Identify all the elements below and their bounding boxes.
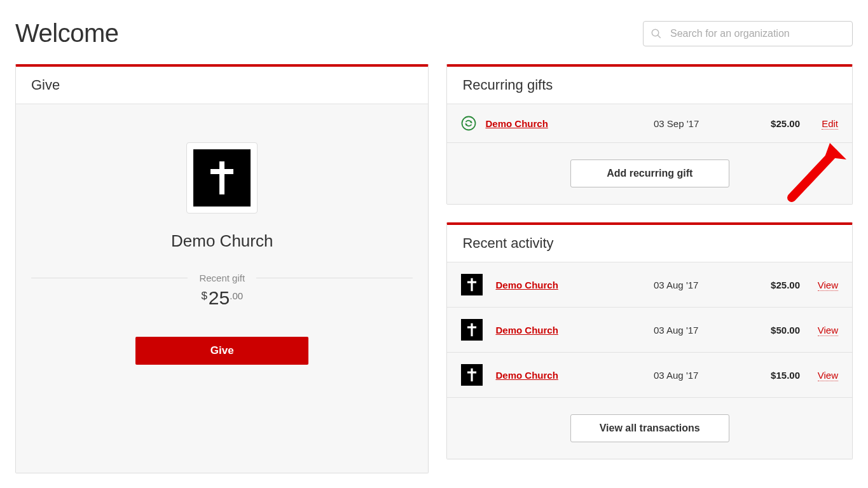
recurring-gift-row: Demo Church 03 Sep '17 $25.00 Edit	[447, 104, 852, 143]
cross-icon	[193, 149, 251, 207]
activity-row: Demo Church 03 Aug '17 $25.00 View	[447, 262, 852, 308]
svg-rect-13	[471, 369, 473, 381]
svg-rect-10	[467, 281, 476, 283]
activity-row: Demo Church 03 Aug '17 $50.00 View	[447, 308, 852, 353]
svg-rect-2	[219, 161, 224, 194]
recurring-amount: $25.00	[743, 118, 800, 129]
svg-rect-11	[471, 323, 473, 336]
add-recurring-gift-button[interactable]: Add recurring gift	[570, 159, 729, 187]
activity-amount: $25.00	[743, 280, 800, 290]
view-all-transactions-button[interactable]: View all transactions	[570, 414, 729, 442]
page-title: Welcome	[15, 19, 118, 48]
activity-date: 03 Aug '17	[654, 325, 743, 336]
divider	[31, 278, 188, 278]
divider	[256, 278, 413, 278]
activity-org-link[interactable]: Demo Church	[495, 325, 558, 336]
svg-rect-12	[467, 327, 476, 329]
cross-icon	[461, 319, 483, 341]
activity-row: Demo Church 03 Aug '17 $15.00 View	[447, 353, 852, 398]
view-link[interactable]: View	[818, 325, 838, 336]
recurring-org-link[interactable]: Demo Church	[485, 118, 548, 129]
recurring-gifts-header: Recurring gifts	[447, 67, 852, 104]
activity-org-link[interactable]: Demo Church	[495, 280, 558, 290]
search-input[interactable]	[643, 21, 853, 46]
activity-date: 03 Aug '17	[654, 280, 743, 290]
recent-gift-amount: $25.00	[31, 287, 413, 309]
org-logo-frame	[186, 142, 258, 214]
edit-link[interactable]: Edit	[822, 118, 838, 130]
recent-activity-header: Recent activity	[447, 225, 852, 262]
cross-icon	[461, 274, 483, 295]
amount-cents: .00	[230, 290, 243, 301]
recurring-date: 03 Sep '17	[654, 118, 743, 129]
recurring-gifts-panel: Recurring gifts Demo Church 03 Sep '17	[446, 64, 853, 205]
give-panel-header: Give	[16, 67, 428, 104]
search-icon	[651, 28, 662, 39]
svg-rect-3	[210, 169, 233, 174]
recent-gift-label: Recent gift	[188, 273, 256, 283]
activity-date: 03 Aug '17	[654, 370, 743, 381]
activity-org-link[interactable]: Demo Church	[495, 370, 558, 381]
svg-rect-14	[467, 372, 476, 374]
svg-rect-9	[471, 278, 473, 291]
give-panel: Give Demo Church Recent gift $25.00 Give	[15, 64, 429, 473]
org-name: Demo Church	[31, 231, 413, 251]
svg-point-0	[652, 29, 659, 36]
recurring-icon	[461, 116, 476, 131]
activity-amount: $15.00	[743, 370, 800, 381]
activity-amount: $50.00	[743, 325, 800, 336]
recent-activity-panel: Recent activity Demo Church 03 Aug '17 $…	[446, 222, 853, 459]
view-link[interactable]: View	[818, 280, 838, 291]
give-button[interactable]: Give	[135, 337, 308, 365]
svg-line-1	[658, 35, 661, 38]
svg-point-4	[462, 117, 476, 130]
amount-symbol: $	[201, 290, 207, 302]
cross-icon	[461, 364, 483, 386]
search-wrap	[643, 21, 853, 46]
amount-dollars: 25	[209, 287, 230, 308]
view-link[interactable]: View	[818, 370, 838, 381]
